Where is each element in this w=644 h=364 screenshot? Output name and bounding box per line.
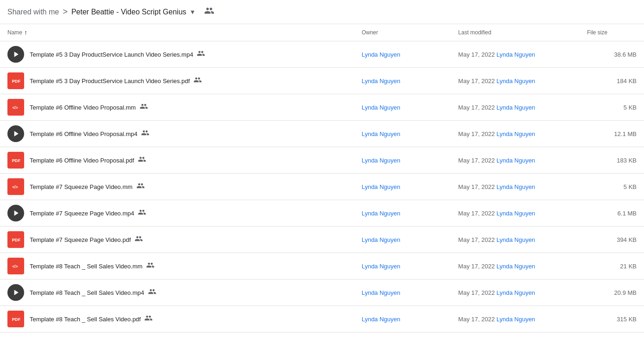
size-cell: 183 KB — [580, 147, 644, 174]
modified-cell: May 17, 2022 Lynda Nguyen — [451, 253, 580, 280]
shared-icon — [138, 155, 146, 165]
modifier-name: Lynda Nguyen — [496, 51, 535, 58]
modifier-name: Lynda Nguyen — [496, 104, 535, 111]
table-row[interactable]: Template #8 Teach _ Sell Sales Video.mp4… — [0, 280, 644, 306]
modifier-name: Lynda Nguyen — [496, 316, 535, 323]
modifier-name: Lynda Nguyen — [496, 289, 535, 296]
file-name-label: Template #8 Teach _ Sell Sales Video.mp4 — [30, 287, 156, 298]
file-name-cell: PDF Template #6 Offline Video Proposal.p… — [0, 147, 354, 174]
file-name-label: Template #7 Squeeze Page Video.mm — [30, 182, 145, 192]
file-name-label: Template #6 Offline Video Proposal.mp4 — [30, 129, 149, 139]
svg-text:PDF: PDF — [12, 238, 20, 242]
file-name-cell: PDF Template #7 Squeeze Page Video.pdf — [0, 227, 354, 253]
owner-cell: Lynda Nguyen — [354, 121, 451, 147]
modifier-name: Lynda Nguyen — [496, 210, 535, 217]
modified-cell: May 17, 2022 Lynda Nguyen — [451, 41, 580, 68]
svg-text:</>: </> — [13, 264, 18, 269]
shared-people-icon[interactable] — [204, 6, 214, 18]
video-file-icon — [7, 205, 24, 221]
file-name-label: Template #5 3 Day ProductService Launch … — [30, 76, 202, 86]
modified-cell: May 17, 2022 Lynda Nguyen — [451, 306, 580, 332]
size-cell: 184 KB — [580, 68, 644, 94]
breadcrumb-shared-with-me[interactable]: Shared with me — [7, 8, 59, 16]
shared-icon — [138, 208, 146, 218]
owner-cell: Lynda Nguyen — [354, 253, 451, 280]
file-name-cell: PDF Template #5 3 Day ProductService Lau… — [0, 68, 354, 94]
mm-file-icon: </> — [7, 99, 24, 116]
file-name-cell: </> Template #8 Teach _ Sell Sales Video… — [0, 253, 354, 280]
svg-text:PDF: PDF — [12, 79, 20, 84]
modified-cell: May 17, 2022 Lynda Nguyen — [451, 68, 580, 94]
shared-icon — [135, 234, 143, 245]
file-name-cell: Template #5 3 Day ProductService Launch … — [0, 41, 354, 68]
size-cell: 20.9 MB — [580, 280, 644, 306]
svg-text:</>: </> — [13, 105, 18, 110]
file-name-cell: </> Template #6 Offline Video Proposal.m… — [0, 94, 354, 121]
file-name-cell: Template #7 Squeeze Page Video.mp4 — [0, 200, 354, 227]
file-name-label: Template #8 Teach _ Sell Sales Video.pdf — [30, 314, 153, 324]
modifier-name: Lynda Nguyen — [496, 263, 535, 270]
modified-cell: May 17, 2022 Lynda Nguyen — [451, 227, 580, 253]
file-list-table: Name ↑ Owner Last modified File size Tem… — [0, 24, 644, 332]
pdf-file-icon: PDF — [7, 311, 24, 327]
chevron-down-icon[interactable]: ▾ — [188, 8, 197, 16]
modifier-name: Lynda Nguyen — [496, 78, 535, 84]
table-row[interactable]: </> Template #8 Teach _ Sell Sales Video… — [0, 253, 644, 280]
modified-cell: May 17, 2022 Lynda Nguyen — [451, 280, 580, 306]
mm-file-icon: </> — [7, 178, 24, 195]
pdf-file-icon: PDF — [7, 72, 24, 89]
modified-cell: May 17, 2022 Lynda Nguyen — [451, 121, 580, 147]
table-header-row: Name ↑ Owner Last modified File size — [0, 24, 644, 41]
table-row[interactable]: </> Template #7 Squeeze Page Video.mm Ly… — [0, 174, 644, 200]
file-name-label: Template #6 Offline Video Proposal.pdf — [30, 155, 146, 165]
file-name-cell: Template #8 Teach _ Sell Sales Video.mp4 — [0, 280, 354, 306]
table-row[interactable]: PDF Template #5 3 Day ProductService Lau… — [0, 68, 644, 94]
file-name-cell: Template #6 Offline Video Proposal.mp4 — [0, 121, 354, 147]
table-row[interactable]: PDF Template #7 Squeeze Page Video.pdf L… — [0, 227, 644, 253]
size-cell: 5 KB — [580, 94, 644, 121]
shared-icon — [197, 49, 205, 59]
owner-cell: Lynda Nguyen — [354, 41, 451, 68]
owner-cell: Lynda Nguyen — [354, 280, 451, 306]
column-file-size[interactable]: File size — [580, 24, 644, 41]
size-cell: 6.1 MB — [580, 200, 644, 227]
owner-cell: Lynda Nguyen — [354, 174, 451, 200]
modifier-name: Lynda Nguyen — [496, 157, 535, 164]
column-last-modified[interactable]: Last modified — [451, 24, 580, 41]
mm-file-icon: </> — [7, 258, 24, 274]
modified-cell: May 17, 2022 Lynda Nguyen — [451, 200, 580, 227]
table-row[interactable]: PDF Template #8 Teach _ Sell Sales Video… — [0, 306, 644, 332]
shared-icon — [146, 261, 155, 271]
table-row[interactable]: </> Template #6 Offline Video Proposal.m… — [0, 94, 644, 121]
svg-text:</>: </> — [13, 185, 18, 189]
video-file-icon — [7, 284, 24, 301]
video-file-icon — [7, 46, 24, 63]
shared-icon — [141, 129, 149, 139]
table-row[interactable]: Template #7 Squeeze Page Video.mp4 Lynda… — [0, 200, 644, 227]
size-cell: 5 KB — [580, 174, 644, 200]
owner-cell: Lynda Nguyen — [354, 200, 451, 227]
column-owner[interactable]: Owner — [354, 24, 451, 41]
table-row[interactable]: Template #6 Offline Video Proposal.mp4 L… — [0, 121, 644, 147]
size-cell: 21 KB — [580, 253, 644, 280]
table-row[interactable]: Template #5 3 Day ProductService Launch … — [0, 41, 644, 68]
column-name[interactable]: Name ↑ — [0, 24, 354, 41]
modifier-name: Lynda Nguyen — [496, 183, 535, 190]
file-name-label: Template #5 3 Day ProductService Launch … — [30, 49, 205, 59]
file-name-label: Template #6 Offline Video Proposal.mm — [30, 102, 148, 112]
shared-icon — [193, 76, 202, 86]
file-name-label: Template #7 Squeeze Page Video.pdf — [30, 234, 143, 245]
size-cell: 12.1 MB — [580, 121, 644, 147]
file-name-cell: </> Template #7 Squeeze Page Video.mm — [0, 174, 354, 200]
size-cell: 394 KB — [580, 227, 644, 253]
current-folder-label: Peter Beattie - Video Script Genius — [71, 8, 187, 16]
shared-icon — [144, 314, 153, 324]
breadcrumb-header: Shared with me > Peter Beattie - Video S… — [0, 0, 644, 24]
file-name-label: Template #7 Squeeze Page Video.mp4 — [30, 208, 146, 218]
size-cell: 315 KB — [580, 306, 644, 332]
owner-cell: Lynda Nguyen — [354, 147, 451, 174]
breadcrumb-current-folder[interactable]: Peter Beattie - Video Script Genius ▾ — [71, 8, 197, 16]
owner-cell: Lynda Nguyen — [354, 94, 451, 121]
video-file-icon — [7, 125, 24, 142]
table-row[interactable]: PDF Template #6 Offline Video Proposal.p… — [0, 147, 644, 174]
